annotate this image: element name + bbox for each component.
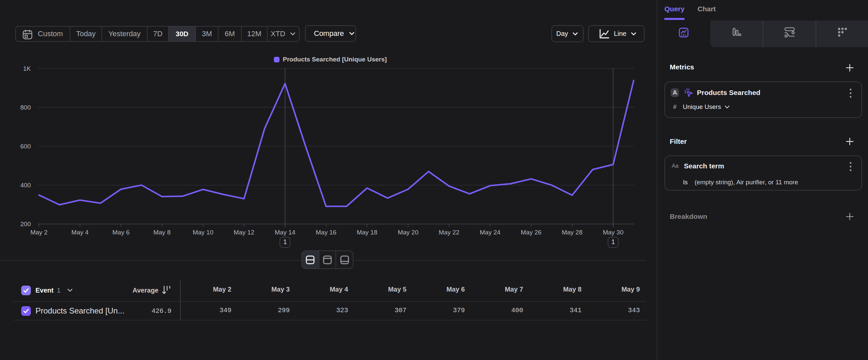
svg-text:May 4: May 4	[71, 229, 89, 236]
svg-text:May 2: May 2	[31, 229, 48, 236]
svg-text:400: 400	[20, 182, 31, 189]
svg-text:May 14: May 14	[275, 229, 296, 236]
svg-text:1K: 1K	[23, 65, 31, 72]
svg-text:May 8: May 8	[154, 229, 171, 236]
svg-text:800: 800	[20, 104, 31, 111]
svg-text:May 20: May 20	[398, 229, 418, 236]
svg-text:May 6: May 6	[113, 229, 130, 236]
svg-text:600: 600	[20, 143, 31, 150]
svg-text:May 24: May 24	[480, 229, 501, 236]
svg-text:200: 200	[20, 221, 31, 227]
svg-text:May 22: May 22	[439, 229, 459, 236]
svg-text:May 12: May 12	[234, 229, 254, 236]
svg-text:May 26: May 26	[521, 229, 541, 236]
svg-text:May 16: May 16	[316, 229, 336, 236]
svg-text:1: 1	[283, 238, 287, 245]
svg-text:May 18: May 18	[357, 229, 377, 236]
svg-text:May 30: May 30	[603, 229, 623, 236]
svg-text:1: 1	[611, 238, 615, 245]
svg-text:May 10: May 10	[193, 229, 213, 236]
svg-text:May 28: May 28	[562, 229, 582, 236]
